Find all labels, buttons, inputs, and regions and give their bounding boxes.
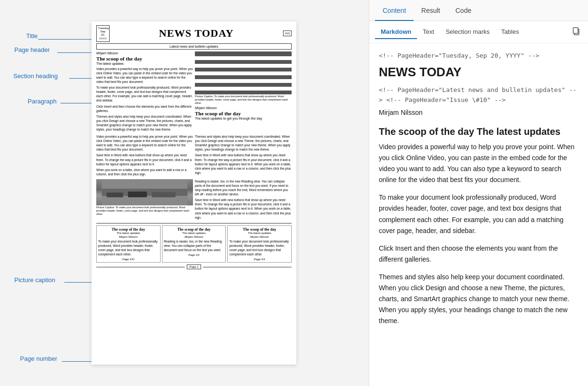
- annotation-paragraph: Paragraph: [28, 98, 57, 105]
- md-paragraph-3: Click Insert and then choose the element…: [379, 243, 578, 265]
- left-panel: Title ▶ Page header ▶ Section heading ▶ …: [0, 0, 369, 386]
- doc-bottom-col-3: The scoop of the day The latest updates …: [227, 225, 292, 263]
- doc-para4: Themes and styles also help keep your do…: [96, 114, 193, 132]
- sub-tabs-bar: Markdown Text Selection marks Tables: [369, 21, 588, 43]
- doc-col-b-p1: Themes and styles also help keep your do…: [195, 134, 292, 152]
- right-panel: Content Result Code Markdown Text Select…: [369, 0, 588, 386]
- doc-bottom-title-1: The scoop of the day: [98, 227, 159, 232]
- copy-icon[interactable]: [570, 25, 582, 39]
- doc-img-caption2: Picture Caption: To make your document l…: [96, 206, 193, 216]
- doc-col-a-p2: Save time in Word with new buttons that …: [96, 153, 193, 166]
- doc-col-a: Video provides a powerful way to help yo…: [96, 134, 193, 178]
- md-paragraph-4: Themes and styles also help keep your do…: [379, 272, 578, 326]
- md-paragraph-2: To make your document look professionall…: [379, 192, 578, 236]
- doc-author2: Mirjam Nilsson: [195, 106, 292, 110]
- sub-tab-tables[interactable]: Tables: [496, 25, 525, 39]
- md-h1-title: NEWS TODAY: [379, 65, 578, 80]
- doc-cars-section: Picture Caption: To make your document l…: [96, 179, 292, 221]
- tab-code[interactable]: Code: [448, 0, 479, 21]
- doc-col-a-p3: When you work on a table, click where yo…: [96, 168, 193, 176]
- doc-page-num-1: Page XXI: [98, 258, 159, 261]
- markdown-content-area[interactable]: <!-- PageHeader="Tuesday, Sep 20, YYYY" …: [369, 43, 588, 386]
- doc-page-num-2: Page XX: [164, 254, 224, 256]
- sub-tab-text[interactable]: Text: [417, 25, 440, 39]
- doc-bottom-author-3: Mirjam Nilsson: [229, 235, 290, 238]
- doc-issue-box: #10: [283, 30, 292, 36]
- zebra-image: [195, 51, 292, 94]
- doc-section-sub1: The latest updates: [96, 62, 193, 65]
- doc-para1: Video provides a powerful way to help yo…: [96, 67, 193, 84]
- annotation-title: Title: [26, 32, 38, 40]
- doc-cars-right-p1: Reading is easier, too, in the new Readi…: [195, 179, 292, 196]
- doc-subheader: Latest news and bulletin updates: [96, 43, 292, 50]
- md-comment-2: <!-- PageHeader="Latest news and bulleti…: [379, 85, 578, 105]
- doc-date-box: Tuesday Sep 20, YYYY: [96, 25, 110, 42]
- doc-para3: Click Insert and then choose the element…: [96, 104, 193, 113]
- sub-tab-markdown[interactable]: Markdown: [375, 25, 417, 39]
- svg-rect-4: [152, 192, 176, 197]
- annotation-page-header: Page header: [14, 46, 50, 53]
- document-preview: Tuesday Sep 20, YYYY NEWS TODAY #10 Late…: [91, 21, 296, 365]
- top-tabs-bar: Content Result Code: [369, 0, 588, 21]
- doc-bottom-sub-2: The latest updates: [164, 232, 224, 234]
- md-comment-1: <!-- PageHeader="Tuesday, Sep 20, YYYY" …: [379, 51, 578, 61]
- doc-bottom-title-2: The scoop of the day: [164, 227, 224, 232]
- doc-author1: Mirjam Nilsson: [96, 51, 193, 55]
- doc-cars-right-p2: Save time in Word with new buttons that …: [195, 198, 292, 219]
- doc-footer-bar: Page 1: [96, 264, 292, 269]
- sub-tab-selection-marks[interactable]: Selection marks: [440, 25, 495, 39]
- md-author-name: Mirjam Nilsson: [379, 107, 578, 118]
- svg-rect-2: [107, 193, 123, 197]
- annotation-picture-caption: Picture caption: [14, 276, 55, 284]
- doc-three-col-section: Video provides a powerful way to help yo…: [96, 134, 292, 178]
- md-paragraph-1: Video provides a powerful way to help yo…: [379, 142, 578, 185]
- doc-bottom-col-2: The scoop of the day The latest updates …: [162, 225, 226, 263]
- doc-bottom-para-2: Reading is easier, too, in the new Readi…: [164, 239, 224, 252]
- cars-image: [96, 179, 193, 205]
- annotation-page-number: Page number: [20, 355, 57, 362]
- doc-bottom-para-1: To make your document look professionall…: [98, 239, 159, 256]
- doc-img-caption1: Picture Caption: To make your document l…: [195, 95, 292, 105]
- doc-footer-num: Page 1: [187, 264, 201, 269]
- svg-rect-6: [573, 28, 578, 33]
- md-h2-section: The scoop of the day The latest updates: [379, 125, 578, 138]
- doc-cars-left: Picture Caption: To make your document l…: [96, 179, 193, 221]
- doc-section-sub2: The latest updates to get you through th…: [195, 117, 292, 120]
- doc-bottom-author-1: Mirjam Nilsson: [98, 235, 159, 238]
- tab-result[interactable]: Result: [414, 0, 448, 21]
- annotation-section-heading: Section heading: [13, 72, 58, 80]
- doc-col-b-p2: Save time in Word with new buttons that …: [195, 153, 292, 174]
- tab-content[interactable]: Content: [375, 0, 414, 21]
- doc-bottom-sub-3: The latest updates: [229, 232, 290, 234]
- doc-header-row: Tuesday Sep 20, YYYY NEWS TODAY #10: [96, 25, 292, 42]
- doc-col-b: Themes and styles also help keep your do…: [195, 134, 292, 178]
- doc-cars-right: Reading is easier, too, in the new Readi…: [195, 179, 292, 221]
- doc-bottom-sub-1: The latest updates: [98, 232, 159, 234]
- doc-left-col: Mirjam Nilsson The scoop of the day The …: [96, 51, 193, 133]
- doc-bottom-title-3: The scoop of the day: [229, 227, 290, 232]
- doc-bottom-col-1: The scoop of the day The latest updates …: [96, 225, 161, 263]
- svg-rect-3: [128, 192, 147, 197]
- doc-divider: [96, 223, 292, 223]
- doc-first-section: Mirjam Nilsson The scoop of the day The …: [96, 51, 292, 133]
- doc-para2: To make your document look professionall…: [96, 85, 193, 102]
- doc-bottom-row: The scoop of the day The latest updates …: [96, 225, 292, 263]
- doc-right-col: Picture Caption: To make your document l…: [195, 51, 292, 133]
- doc-section-title1: The scoop of the day: [96, 56, 193, 61]
- doc-col-a-p1: Video provides a powerful way to help yo…: [96, 134, 193, 152]
- doc-section-title2: The scoop of the day: [195, 111, 292, 116]
- doc-bottom-para-3: To make your document look professionall…: [229, 239, 290, 256]
- doc-page-num-3: Page XX: [229, 258, 290, 261]
- doc-title: NEWS TODAY: [110, 27, 283, 40]
- doc-bottom-author-2: Mirjam Nilsson: [164, 235, 224, 238]
